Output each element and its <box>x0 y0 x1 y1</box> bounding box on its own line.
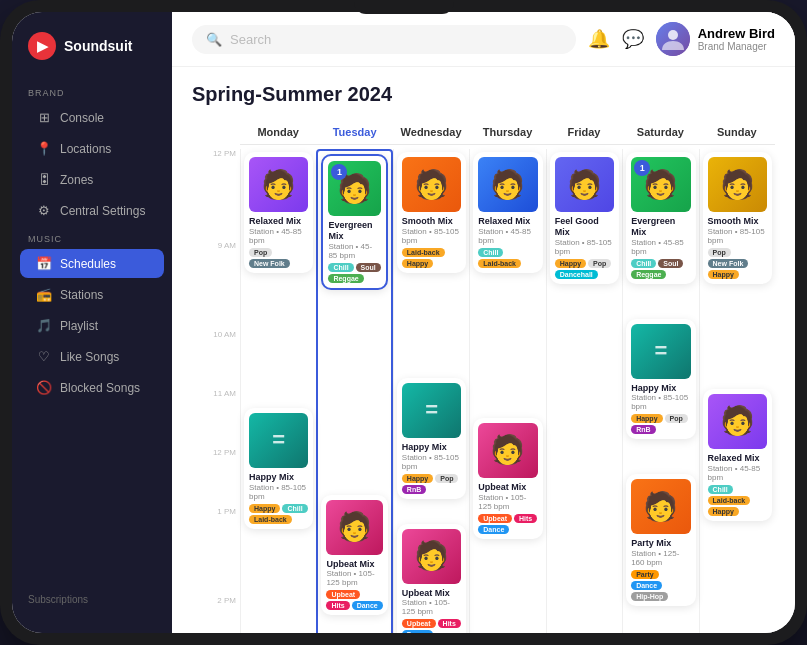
avatar <box>656 22 690 56</box>
card-evergreen-mix-tuesday[interactable]: 🧑 1 Evergreen Mix Station • 45-85 bpm Ch… <box>321 154 387 290</box>
tag: Party <box>631 570 659 579</box>
sidebar-item-schedules[interactable]: 📅 Schedules <box>20 249 164 278</box>
tag: Hits <box>438 619 461 628</box>
card-tags: Pop New Folk Happy <box>708 248 767 279</box>
card-tags: Happy Pop Dancehall <box>555 259 614 279</box>
sidebar-item-blocked-songs[interactable]: 🚫 Blocked Songs <box>20 373 164 402</box>
tag: Dance <box>478 525 509 534</box>
card-station: Station • 45-85 bpm <box>328 242 380 260</box>
logo: ▶ Soundsuit <box>12 32 172 80</box>
card-title: Party Mix <box>631 538 690 549</box>
sidebar-item-stations[interactable]: 📻 Stations <box>20 280 164 309</box>
tag: Happy <box>708 507 739 516</box>
card-station: Station • 105-125 bpm <box>402 598 461 616</box>
sidebar-item-zones[interactable]: 🎛 Zones <box>20 165 164 194</box>
location-icon: 📍 <box>36 141 52 156</box>
tag: Chill <box>328 263 353 272</box>
tag: Upbeat <box>326 590 360 599</box>
sidebar-item-like-songs[interactable]: ♡ Like Songs <box>20 342 164 371</box>
card-station: Station • 45-85 bpm <box>708 464 767 482</box>
card-party-mix-saturday[interactable]: 🧑 Party Mix Station • 125-160 bpm Party … <box>626 474 695 606</box>
day-col-thursday: 🧑 Relaxed Mix Station • 45-85 bpm Chill … <box>469 149 545 633</box>
tag: Happy <box>631 414 662 423</box>
tag: Laid-back <box>249 515 292 524</box>
card-title: Happy Mix <box>249 472 308 483</box>
sidebar-item-label: Stations <box>60 288 103 302</box>
card-station: Station • 105-125 bpm <box>478 493 537 511</box>
tag: Pop <box>588 259 611 268</box>
day-col-monday: 🧑 Relaxed Mix Station • 45-85 bpm Pop Ne… <box>240 149 316 633</box>
schedules-icon: 📅 <box>36 256 52 271</box>
card-tags: Happy Pop RnB <box>631 414 690 434</box>
card-station: Station • 45-85 bpm <box>631 238 690 256</box>
tag: Chill <box>708 485 733 494</box>
card-title: Evergreen Mix <box>631 216 690 238</box>
card-station: Station • 125-160 bpm <box>631 549 690 567</box>
card-title: Relaxed Mix <box>478 216 537 227</box>
card-feel-good-mix-friday[interactable]: 🧑 Feel Good Mix Station • 85-105 bpm Hap… <box>550 152 619 284</box>
search-bar[interactable]: 🔍 Search <box>192 25 576 54</box>
device-notch <box>354 0 454 14</box>
user-info[interactable]: Andrew Bird Brand Manager <box>656 22 775 56</box>
tag: Laid-back <box>478 259 521 268</box>
sidebar: ▶ Soundsuit Brand ⊞ Console 📍 Locations … <box>12 12 172 633</box>
card-tags: Upbeat Hits Dance <box>402 619 461 633</box>
user-details: Andrew Bird Brand Manager <box>698 26 775 52</box>
card-title: Relaxed Mix <box>708 453 767 464</box>
tag: Happy <box>555 259 586 268</box>
day-header-friday: Friday <box>546 120 622 145</box>
card-title: Upbeat Mix <box>402 588 461 599</box>
card-title: Happy Mix <box>402 442 461 453</box>
card-title: Relaxed Mix <box>249 216 308 227</box>
card-station: Station • 85-105 bpm <box>555 238 614 256</box>
card-station: Station • 85-105 bpm <box>402 453 461 471</box>
day-header-wednesday: Wednesday <box>393 120 469 145</box>
subscriptions-link[interactable]: Subscriptions <box>12 586 172 613</box>
card-upbeat-mix-wednesday[interactable]: 🧑 Upbeat Mix Station • 105-125 bpm Upbea… <box>397 524 466 633</box>
card-happy-mix-monday[interactable]: = Happy Mix Station • 85-105 bpm Happy C… <box>244 408 313 529</box>
tag: Dancehall <box>555 270 598 279</box>
card-evergreen-mix-saturday[interactable]: 🧑 1 Evergreen Mix Station • 45-85 bpm Ch… <box>626 152 695 284</box>
tag: Pop <box>708 248 731 257</box>
sidebar-item-label: Blocked Songs <box>60 381 140 395</box>
tag: Upbeat <box>478 514 512 523</box>
device-screen: ▶ Soundsuit Brand ⊞ Console 📍 Locations … <box>12 12 795 633</box>
message-icon[interactable]: 💬 <box>622 28 644 50</box>
card-tags: Chill Laid-back <box>478 248 537 268</box>
card-tags: Chill Soul Reggae <box>328 263 380 283</box>
tag: Dance <box>631 581 662 590</box>
sidebar-item-console[interactable]: ⊞ Console <box>20 103 164 132</box>
card-happy-mix-wednesday[interactable]: = Happy Mix Station • 85-105 bpm Happy P… <box>397 378 466 499</box>
playlist-icon: 🎵 <box>36 318 52 333</box>
tag: Laid-back <box>708 496 751 505</box>
logo-icon: ▶ <box>28 32 56 60</box>
card-relaxed-mix-thursday[interactable]: 🧑 Relaxed Mix Station • 45-85 bpm Chill … <box>473 152 542 273</box>
card-smooth-mix-sunday[interactable]: 🧑 Smooth Mix Station • 85-105 bpm Pop Ne… <box>703 152 772 284</box>
console-icon: ⊞ <box>36 110 52 125</box>
day-col-friday: 🧑 Feel Good Mix Station • 85-105 bpm Hap… <box>546 149 622 633</box>
card-tags: Chill Laid-back Happy <box>708 485 767 516</box>
card-relaxed-mix-monday[interactable]: 🧑 Relaxed Mix Station • 45-85 bpm Pop Ne… <box>244 152 313 273</box>
tag: Hip-Hop <box>631 592 668 601</box>
day-header-saturday: Saturday <box>622 120 698 145</box>
notification-icon[interactable]: 🔔 <box>588 28 610 50</box>
sidebar-item-locations[interactable]: 📍 Locations <box>20 134 164 163</box>
sidebar-item-central-settings[interactable]: ⚙ Central Settings <box>20 196 164 225</box>
header-icons: 🔔 💬 <box>588 28 644 50</box>
tag: Reggae <box>631 270 666 279</box>
header: 🔍 Search 🔔 💬 <box>172 12 795 67</box>
card-upbeat-mix-thursday[interactable]: 🧑 Upbeat Mix Station • 105-125 bpm Upbea… <box>473 418 542 539</box>
tag: Happy <box>708 270 739 279</box>
tag: Happy <box>402 259 433 268</box>
card-relaxed-mix-sunday[interactable]: 🧑 Relaxed Mix Station • 45-85 bpm Chill … <box>703 389 772 521</box>
card-title: Smooth Mix <box>708 216 767 227</box>
card-upbeat-mix-tuesday[interactable]: 🧑 Upbeat Mix Station • 105-125 bpm Upbea… <box>321 495 387 616</box>
sidebar-item-playlist[interactable]: 🎵 Playlist <box>20 311 164 340</box>
day-header-monday: Monday <box>240 120 316 145</box>
search-icon: 🔍 <box>206 32 222 47</box>
tag: RnB <box>631 425 655 434</box>
card-smooth-mix-wednesday[interactable]: 🧑 Smooth Mix Station • 85-105 bpm Laid-b… <box>397 152 466 273</box>
tag: Hits <box>514 514 537 523</box>
card-happy-mix-saturday[interactable]: = Happy Mix Station • 85-105 bpm Happy P… <box>626 319 695 440</box>
tag: Happy <box>402 474 433 483</box>
